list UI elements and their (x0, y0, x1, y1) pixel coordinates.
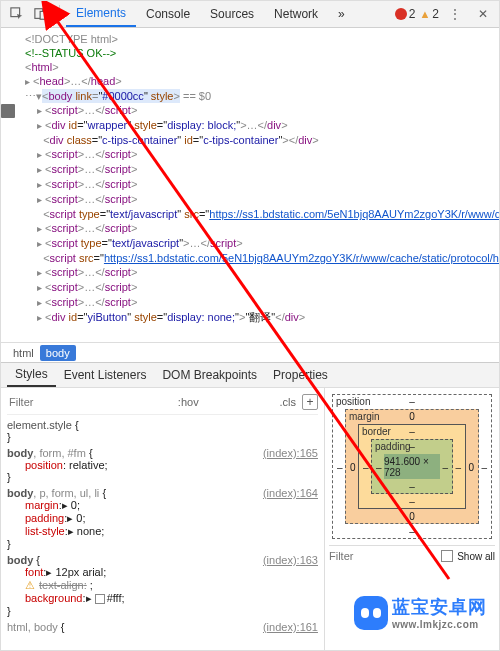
crumb-html[interactable]: html (7, 345, 40, 361)
script-line[interactable]: <script>…</script> (13, 265, 499, 280)
bm-content: 941.600 × 728 (384, 454, 440, 479)
body-line[interactable]: ▾<body link="#0000cc" style> == $0 (13, 89, 499, 103)
logo-icon (354, 596, 388, 630)
box-model[interactable]: position –– –– margin 00 00 border –– ––… (332, 394, 492, 539)
color-swatch-icon[interactable] (95, 594, 105, 604)
warning-badge[interactable]: 2 (419, 7, 439, 21)
script-line[interactable]: <script>…</script> (13, 177, 499, 192)
script-line[interactable]: <script>…</script> (13, 147, 499, 162)
script-line[interactable]: <script>…</script> (13, 280, 499, 295)
kebab-menu-icon[interactable]: ⋮ (445, 4, 465, 24)
script-type-line[interactable]: <script type="text/javascript">…</script… (13, 236, 499, 251)
error-badge[interactable]: 2 (395, 7, 416, 21)
script-line[interactable]: <script>…</script> (13, 103, 499, 118)
tips-div[interactable]: <div class="c-tips-container" id="c-tips… (13, 133, 499, 147)
gutter-indicator (1, 104, 15, 118)
html-open[interactable]: <html> (13, 60, 499, 74)
rule-element-style[interactable]: element.style { } (7, 419, 318, 443)
script-line[interactable]: <script>…</script> (13, 295, 499, 310)
pane-tab-dombp[interactable]: DOM Breakpoints (154, 364, 265, 386)
crumb-body[interactable]: body (40, 345, 76, 361)
tab-sources[interactable]: Sources (200, 1, 264, 27)
cls-toggle[interactable]: .cls (279, 396, 296, 408)
script-line[interactable]: <script>…</script> (13, 162, 499, 177)
watermark-logo: 蓝宝安卓网 www.lmkjzc.com (354, 595, 487, 630)
showall-checkbox[interactable] (441, 550, 453, 562)
yi-button-div[interactable]: <div id="yiButton" style="display: none;… (13, 310, 499, 325)
styles-pane[interactable]: :hov .cls + element.style { } (index):16… (1, 388, 325, 651)
logo-text-url: www.lmkjzc.com (392, 619, 487, 630)
svg-rect-2 (40, 11, 46, 19)
pane-tab-styles[interactable]: Styles (7, 363, 56, 387)
separator (59, 5, 60, 23)
rule-html-body[interactable]: (index):161 html, body { (7, 621, 318, 633)
source-link[interactable]: (index):161 (263, 621, 318, 633)
wrapper-div[interactable]: <div id="wrapper" style="display: block;… (13, 118, 499, 133)
rule-body-1[interactable]: (index):165 body, form, #fm { position: … (7, 447, 318, 483)
script-line[interactable]: <script>…</script> (13, 221, 499, 236)
computed-filter-row: Show all (329, 545, 495, 562)
script-url1[interactable]: <script type="text/javascript" src="http… (13, 207, 499, 221)
device-toggle-icon[interactable] (31, 4, 51, 24)
tab-console[interactable]: Console (136, 1, 200, 27)
computed-filter-input[interactable] (329, 550, 409, 562)
styles-filter-input[interactable] (7, 394, 97, 410)
doctype-line: <!DOCTYPE html> (13, 32, 499, 46)
breadcrumb: html body (1, 342, 499, 362)
source-link[interactable]: (index):164 (263, 487, 318, 499)
new-rule-button[interactable]: + (302, 394, 318, 410)
logo-text-cn: 蓝宝安卓网 (392, 597, 487, 617)
inspect-icon[interactable] (7, 4, 27, 24)
elements-tree[interactable]: <!DOCTYPE html> <!--STATUS OK--> <html> … (1, 28, 499, 342)
script-url2[interactable]: <script src="https://ss1.bdstatic.com/5e… (13, 251, 499, 265)
tab-network[interactable]: Network (264, 1, 328, 27)
pane-tab-props[interactable]: Properties (265, 364, 336, 386)
panel-tabs: Elements Console Sources Network » (66, 1, 355, 27)
source-link[interactable]: (index):163 (263, 554, 318, 566)
rule-body-3[interactable]: (index):163 body { font:▸ 12px arial; te… (7, 554, 318, 617)
comment-line: <!--STATUS OK--> (13, 46, 499, 60)
script-line[interactable]: <script>…</script> (13, 192, 499, 207)
styles-pane-tabs: Styles Event Listeners DOM Breakpoints P… (1, 362, 499, 388)
close-icon[interactable]: ✕ (473, 4, 493, 24)
devtools-toolbar: Elements Console Sources Network » 2 2 ⋮… (1, 1, 499, 28)
pane-tab-listeners[interactable]: Event Listeners (56, 364, 155, 386)
tab-more[interactable]: » (328, 1, 355, 27)
styles-filter-row: :hov .cls + (7, 392, 318, 415)
tab-elements[interactable]: Elements (66, 1, 136, 27)
source-link[interactable]: (index):165 (263, 447, 318, 459)
rule-body-2[interactable]: (index):164 body, p, form, ul, li { marg… (7, 487, 318, 550)
hov-toggle[interactable]: :hov (178, 396, 199, 408)
showall-label: Show all (457, 551, 495, 562)
head-line[interactable]: <head>…</head> (13, 74, 499, 89)
